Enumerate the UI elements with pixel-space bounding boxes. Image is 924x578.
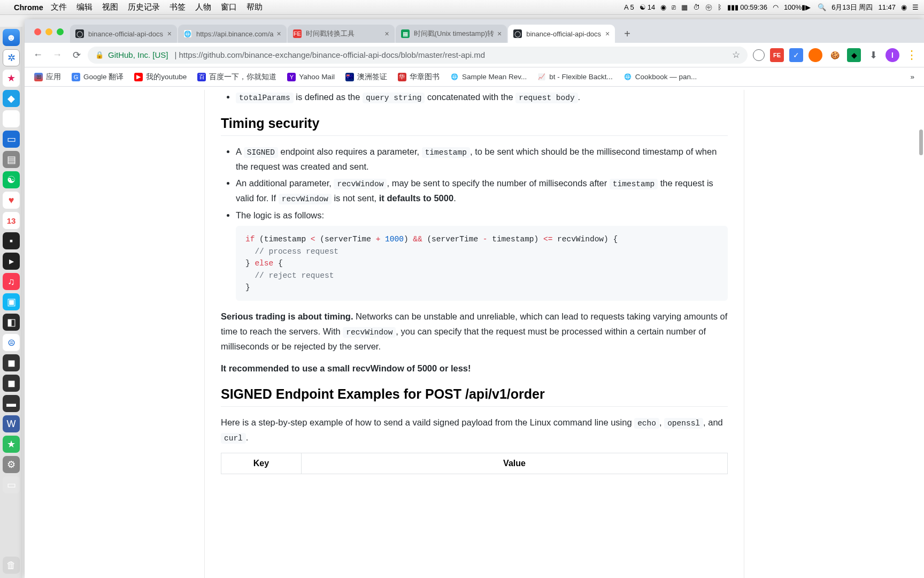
- bookmark-item[interactable]: 📈bt - Flexible Backt...: [533, 70, 617, 85]
- extension-icon[interactable]: [808, 48, 822, 62]
- code-inline: curl: [221, 433, 246, 444]
- close-tab-icon[interactable]: ×: [277, 29, 281, 38]
- bookmark-item[interactable]: 百百度一下，你就知道: [193, 70, 281, 85]
- dock-app-icon[interactable]: ▭: [3, 131, 20, 148]
- menu-people[interactable]: 人物: [195, 2, 211, 12]
- bookmark-item[interactable]: GGoogle 翻译: [67, 70, 128, 85]
- app-name[interactable]: Chrome: [14, 3, 43, 12]
- bookmark-overflow[interactable]: »: [906, 70, 919, 85]
- bookmark-item[interactable]: YYahoo Mail: [283, 70, 339, 85]
- bookmark-star-icon[interactable]: ☆: [732, 49, 740, 60]
- close-tab-icon[interactable]: ×: [167, 29, 172, 38]
- back-button[interactable]: ←: [30, 47, 46, 63]
- heading-timing-security: Timing security: [221, 116, 728, 136]
- dock-app-icon[interactable]: ◧: [3, 314, 20, 331]
- dock-app-icon[interactable]: ◼: [3, 375, 20, 392]
- dock-app-icon[interactable]: ◆: [3, 90, 20, 107]
- wechat-status-icon[interactable]: ☯14: [640, 3, 655, 11]
- bookmark-item[interactable]: 🌐Cookbook — pan...: [619, 70, 702, 85]
- address-bar[interactable]: 🔒 GitHub, Inc. [US] | https://github.com…: [88, 47, 748, 64]
- extension-icon[interactable]: ✓: [789, 48, 803, 62]
- tab[interactable]: ◯ binance-official-api-docs ×: [70, 25, 177, 43]
- spotlight-icon[interactable]: 🔍: [818, 3, 826, 11]
- dock-app-icon[interactable]: ▬: [3, 395, 20, 412]
- cn-input-icon[interactable]: ㊥: [705, 3, 712, 12]
- dock-safari-icon[interactable]: ✲: [3, 49, 20, 66]
- dock-app-icon[interactable]: ★: [3, 70, 20, 87]
- dock-finder-icon[interactable]: ☻: [3, 29, 20, 46]
- wifi-icon[interactable]: ◠: [773, 3, 779, 11]
- code-inline: echo: [634, 418, 659, 429]
- status-a[interactable]: A 5: [624, 3, 634, 11]
- extension-icon[interactable]: [753, 49, 765, 61]
- bookmark-item[interactable]: 华华章图书: [394, 70, 444, 85]
- timer[interactable]: ▮▮▮00:59:36: [727, 3, 767, 11]
- tab[interactable]: FE 时间戳转换工具 ×: [288, 25, 395, 43]
- table-header-key: Key: [221, 453, 302, 474]
- dock-app-icon[interactable]: ♥: [3, 192, 20, 209]
- dock-calendar-icon[interactable]: 13: [3, 212, 20, 229]
- siri-icon[interactable]: ◉: [901, 3, 907, 11]
- menu-view[interactable]: 视图: [102, 2, 118, 12]
- dock-evernote-icon[interactable]: ★: [3, 436, 20, 453]
- tab-active[interactable]: ◯ binance-official-api-docs ×: [508, 25, 615, 43]
- screen-icon[interactable]: ⎚: [672, 3, 676, 11]
- downloads-icon[interactable]: ⬇: [866, 48, 880, 62]
- menu-help[interactable]: 帮助: [247, 2, 263, 12]
- time[interactable]: 11:47: [878, 3, 896, 11]
- tab[interactable]: ▦ 时间戳(Unix timestamp)转 ×: [396, 25, 507, 43]
- tab-title: 时间戳转换工具: [306, 29, 382, 39]
- dock-app-icon[interactable]: ▤: [3, 151, 20, 168]
- rec-icon[interactable]: ◉: [660, 3, 666, 11]
- dock-app-icon[interactable]: ▭: [3, 476, 20, 493]
- dock-trash-icon[interactable]: 🗑: [3, 557, 20, 574]
- paragraph-emphasis: It recommended to use a small recvWindow…: [221, 361, 728, 376]
- dock-music-icon[interactable]: ♫: [3, 273, 20, 290]
- dock-wechat-icon[interactable]: ☯: [3, 171, 20, 188]
- menu-window[interactable]: 窗口: [221, 2, 237, 12]
- bluetooth-icon[interactable]: ᛒ: [718, 3, 722, 11]
- extension-icon[interactable]: ◆: [847, 48, 861, 62]
- close-tab-icon[interactable]: ×: [385, 29, 389, 38]
- maximize-window-button[interactable]: [57, 28, 64, 35]
- menu-history[interactable]: 历史记录: [128, 2, 160, 12]
- table-header-value: Value: [302, 453, 728, 474]
- bookmark-item[interactable]: 🇦🇺澳洲签证: [341, 70, 391, 85]
- separator: |: [175, 50, 177, 59]
- menu-bookmarks[interactable]: 书签: [170, 2, 186, 12]
- dock-app-icon[interactable]: ◼: [3, 354, 20, 371]
- menu-edit[interactable]: 编辑: [76, 2, 93, 12]
- apps-shortcut[interactable]: ⊞应用: [30, 70, 65, 85]
- tab[interactable]: 🌐 https://api.binance.com/a ×: [178, 25, 287, 43]
- bookmark-item[interactable]: ▶我的youtube: [130, 70, 191, 85]
- date[interactable]: 6月13日 周四: [831, 3, 873, 12]
- dock-terminal-icon[interactable]: ▪: [3, 232, 20, 249]
- bookmarks-bar: ⊞应用 GGoogle 翻译 ▶我的youtube 百百度一下，你就知道 YYa…: [25, 67, 924, 87]
- grid-icon[interactable]: ▦: [681, 3, 688, 11]
- extension-icon[interactable]: FE: [770, 48, 784, 62]
- extension-icon[interactable]: 🍪: [828, 48, 842, 62]
- reload-button[interactable]: ⟳: [68, 47, 84, 63]
- dock-app-icon[interactable]: ⊜: [3, 334, 20, 351]
- clock-icon[interactable]: ⏱: [693, 3, 700, 11]
- lock-icon: 🔒: [95, 51, 104, 59]
- menu-file[interactable]: 文件: [51, 2, 67, 12]
- close-tab-icon[interactable]: ×: [497, 29, 502, 38]
- dock-app-icon[interactable]: W: [3, 415, 20, 432]
- close-window-button[interactable]: [34, 28, 41, 35]
- new-tab-button[interactable]: +: [619, 26, 635, 42]
- close-tab-icon[interactable]: ×: [605, 29, 610, 38]
- battery[interactable]: 100% ▮▶: [784, 3, 812, 11]
- minimize-window-button[interactable]: [45, 28, 52, 35]
- dock-app-icon[interactable]: ▣: [3, 293, 20, 310]
- dock-settings-icon[interactable]: ⚙: [3, 456, 20, 473]
- dock-chrome-icon[interactable]: ◯: [3, 110, 20, 127]
- list-item: An additional parameter, recvWindow, may…: [236, 176, 728, 206]
- scroll-area[interactable]: totalParams is defined as the query stri…: [25, 87, 924, 578]
- bookmark-item[interactable]: 🌐Sample Mean Rev...: [446, 70, 531, 85]
- dock-app-icon[interactable]: ▸: [3, 253, 20, 270]
- menu-icon[interactable]: ⋮: [905, 48, 919, 62]
- notif-icon[interactable]: ☰: [912, 3, 919, 11]
- profile-avatar[interactable]: I: [886, 48, 899, 62]
- forward-button[interactable]: →: [49, 47, 65, 63]
